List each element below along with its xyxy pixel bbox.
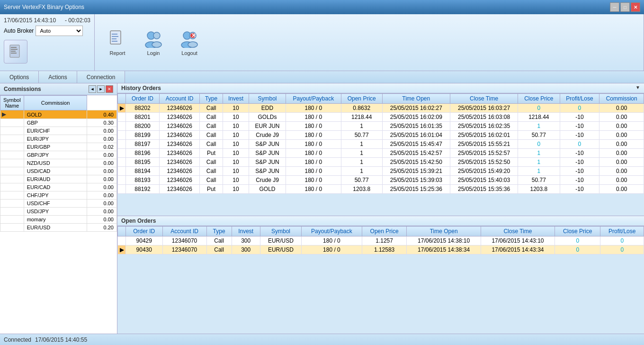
svg-rect-5 bbox=[110, 31, 121, 44]
history-cell-payout: 180 / 0 bbox=[286, 185, 341, 194]
commission-cell: 0.00 bbox=[87, 151, 117, 159]
sidebar-prev-button[interactable]: ◄ bbox=[89, 85, 96, 93]
sidebar-row[interactable]: EUR/GBP0.02 bbox=[0, 143, 117, 151]
history-table-row[interactable]: 8819712346026Call10S&P JUN180 / 0125/05/… bbox=[118, 140, 644, 149]
history-cell-close_price: 1 bbox=[518, 158, 560, 167]
sidebar-row[interactable]: USD/JPY0.00 bbox=[0, 208, 117, 216]
history-cell-time_open: 25/05/2015 15:39:21 bbox=[382, 167, 450, 176]
sidebar-row[interactable]: EUR/CAD0.00 bbox=[0, 183, 117, 191]
sidebar-row[interactable]: EUR/USD0.20 bbox=[0, 224, 117, 232]
history-cell-payout: 180 / 0 bbox=[286, 113, 341, 122]
time-offset: - 00:02:03 bbox=[65, 17, 90, 24]
open-col-header: Close Price bbox=[555, 227, 600, 236]
open-orders-table-wrapper[interactable]: Order IDAccount IDTypeInvestSymbolPayout… bbox=[117, 226, 644, 334]
history-table-row[interactable]: 8820112346026Call10GOLDs180 / 01218.4425… bbox=[118, 113, 644, 122]
history-table-row[interactable]: ▶8820212346026Call10EDD180 / 00.863225/0… bbox=[118, 104, 644, 113]
history-scroll-up[interactable]: ▼ bbox=[635, 85, 640, 90]
history-table-row[interactable]: 8819212346026Put10GOLD180 / 01203.825/05… bbox=[118, 185, 644, 194]
history-cell-commission: 0.00 bbox=[599, 185, 644, 194]
history-cell-commission: 0.00 bbox=[599, 158, 644, 167]
report-icon bbox=[8, 44, 23, 59]
logout-label: Logout bbox=[181, 50, 197, 56]
open-col-header: Payout/Payback bbox=[302, 227, 362, 236]
history-table-row[interactable]: 8820012346026Call10EUR JUN180 / 0125/05/… bbox=[118, 122, 644, 131]
row-arrow-cell: ▶ bbox=[118, 104, 126, 113]
history-col-header: Time Open bbox=[382, 94, 450, 104]
history-cell-type: Call bbox=[200, 122, 223, 131]
title-bar: Server VertexFX Binary Options ─ □ ✕ bbox=[0, 0, 644, 14]
sidebar-row[interactable]: GBP0.30 bbox=[0, 119, 117, 127]
history-cell-symbol: S&P JUN bbox=[249, 158, 286, 167]
close-button[interactable]: ✕ bbox=[631, 2, 640, 12]
sidebar-row[interactable]: GBP/JPY0.00 bbox=[0, 151, 117, 159]
report-icon-area bbox=[4, 40, 27, 64]
open-col-header: Order ID bbox=[126, 227, 163, 236]
commission-cell: 0.00 bbox=[87, 208, 117, 216]
history-cell-payout: 180 / 0 bbox=[286, 176, 341, 185]
history-table-wrapper[interactable]: Order IDAccount IDTypeInvestSymbolPayout… bbox=[117, 93, 644, 216]
sidebar-row[interactable]: CHF/JPY0.00 bbox=[0, 191, 117, 200]
logout-button[interactable]: ✕ Logout bbox=[176, 27, 203, 58]
symbol-cell: EUR/CAD bbox=[24, 183, 87, 191]
history-col-header: Type bbox=[200, 94, 223, 104]
broker-select[interactable]: Auto bbox=[36, 26, 83, 36]
window-controls: ─ □ ✕ bbox=[610, 2, 640, 12]
sidebar-row[interactable]: USD/CHF0.00 bbox=[0, 200, 117, 208]
sidebar-row[interactable]: NZD/USD0.00 bbox=[0, 159, 117, 167]
history-col-header: Open Price bbox=[341, 94, 382, 104]
tab-connection[interactable]: Connection bbox=[77, 71, 125, 83]
history-table-row[interactable]: 8819612346026Put10S&P JUN180 / 0125/05/2… bbox=[118, 149, 644, 158]
history-cell-order_id: 88193 bbox=[126, 176, 160, 185]
open-cell-profit: 0 bbox=[600, 236, 644, 245]
open-cell-close_price: 0 bbox=[555, 236, 600, 245]
row-arrow-cell bbox=[118, 158, 126, 167]
sidebar-row[interactable]: EUR/AUD0.00 bbox=[0, 175, 117, 183]
symbol-cell: EUR/GBP bbox=[24, 143, 87, 151]
history-table-row[interactable]: 8819912346026Call10Crude J9180 / 050.772… bbox=[118, 131, 644, 140]
minimize-button[interactable]: ─ bbox=[610, 2, 619, 12]
history-cell-open_price: 1 bbox=[341, 140, 382, 149]
open-table-row[interactable]: ▶9043012346070Call300EUR/USD180 / 01.125… bbox=[118, 245, 644, 254]
history-cell-account_id: 12346026 bbox=[160, 167, 200, 176]
sidebar-row[interactable]: EUR/JPY0.00 bbox=[0, 135, 117, 143]
history-cell-account_id: 12346026 bbox=[160, 176, 200, 185]
history-cell-type: Call bbox=[200, 140, 223, 149]
history-cell-close_price: 50.77 bbox=[518, 131, 560, 140]
col-symbol-name: Symbol Name bbox=[0, 96, 24, 110]
history-cell-account_id: 12346026 bbox=[160, 122, 200, 131]
history-cell-type: Put bbox=[200, 149, 223, 158]
login-button[interactable]: Login bbox=[140, 27, 167, 58]
tab-actions[interactable]: Actions bbox=[39, 71, 77, 83]
history-cell-order_id: 88202 bbox=[126, 104, 160, 113]
history-table-row[interactable]: 8819512346026Call10S&P JUN180 / 0125/05/… bbox=[118, 158, 644, 167]
history-cell-invest: 10 bbox=[223, 131, 249, 140]
history-col-header: Close Time bbox=[450, 94, 518, 104]
symbol-cell: USD/CAD bbox=[24, 167, 87, 175]
sidebar-row[interactable]: EUR/CHF0.00 bbox=[0, 127, 117, 135]
svg-rect-6 bbox=[112, 34, 117, 35]
report-button[interactable]: Report bbox=[104, 27, 131, 58]
symbol-cell: NZD/USD bbox=[24, 159, 87, 167]
tab-options[interactable]: Options bbox=[0, 71, 39, 83]
history-cell-close_time: 25/05/2015 15:52:57 bbox=[450, 149, 518, 158]
maximize-button[interactable]: □ bbox=[620, 2, 630, 12]
sidebar-row[interactable]: momary0.00 bbox=[0, 216, 117, 224]
sidebar-row[interactable]: USD/CAD0.00 bbox=[0, 167, 117, 175]
history-cell-close_time: 25/05/2015 15:40:03 bbox=[450, 176, 518, 185]
symbol-cell: GBP/JPY bbox=[24, 151, 87, 159]
history-table-row[interactable]: 8819312346026Call10Crude J9180 / 050.772… bbox=[118, 176, 644, 185]
history-cell-payout: 180 / 0 bbox=[286, 122, 341, 131]
sidebar-next-button[interactable]: ► bbox=[97, 85, 105, 93]
open-cell-close_time: 17/06/2015 14:43:34 bbox=[481, 245, 555, 254]
open-table-row[interactable]: 9042912346070Call300EUR/USD180 / 01.1257… bbox=[118, 236, 644, 245]
open-cell-open_price: 1.1257 bbox=[362, 236, 407, 245]
sidebar-close-button[interactable]: ✕ bbox=[106, 85, 113, 93]
history-cell-type: Call bbox=[200, 167, 223, 176]
history-table-row[interactable]: 8819412346026Call10S&P JUN180 / 0125/05/… bbox=[118, 167, 644, 176]
sidebar-scroll[interactable]: Symbol Name Commission ▶GOLD0.40GBP0.30E… bbox=[0, 95, 117, 334]
login-label: Login bbox=[147, 50, 160, 56]
history-cell-close_price: 1 bbox=[518, 122, 560, 131]
sidebar-row[interactable]: ▶GOLD0.40 bbox=[0, 110, 117, 119]
history-cell-type: Call bbox=[200, 131, 223, 140]
history-cell-account_id: 12346026 bbox=[160, 185, 200, 194]
